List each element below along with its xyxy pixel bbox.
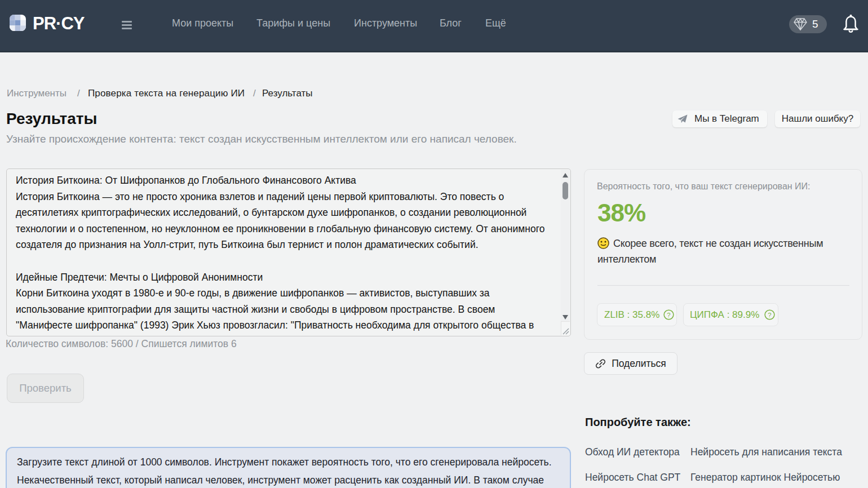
svg-text:?: ? [768,312,772,318]
svg-text:?: ? [667,312,671,318]
